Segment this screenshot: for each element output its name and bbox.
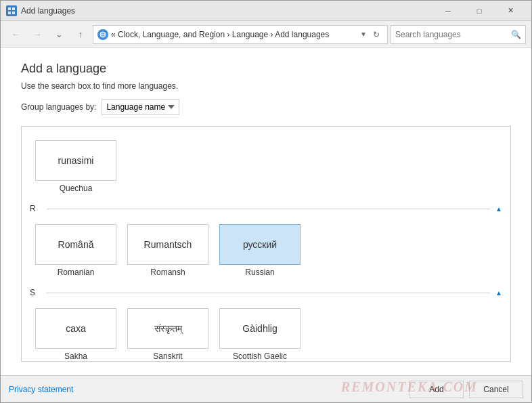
language-card-quechua[interactable]: runasimi xyxy=(35,140,116,181)
group-by-label: Group languages by: xyxy=(21,102,96,112)
search-input[interactable] xyxy=(395,30,511,39)
svg-rect-2 xyxy=(8,12,11,14)
list-item[interactable]: саха Sakha xyxy=(35,308,116,361)
language-english-name: Romanian xyxy=(58,268,95,277)
language-english-name: Romansh xyxy=(150,268,185,277)
svg-rect-3 xyxy=(12,12,15,14)
language-english-name: Russian xyxy=(245,268,274,277)
list-item[interactable]: Gàidhlig Scottish Gaelic xyxy=(219,308,301,361)
page-subtitle: Use the search box to find more language… xyxy=(21,81,511,91)
window-icon xyxy=(6,5,17,16)
bottom-bar: Privacy statement Add Cancel xyxy=(1,375,531,402)
s-section-grid: саха Sakha संस्कृतम् Sanskrit xyxy=(22,300,510,362)
search-bar[interactable]: 🔍 xyxy=(391,25,526,44)
language-english-name: Sanskrit xyxy=(153,352,182,361)
language-card-sanskrit[interactable]: संस्कृतम् xyxy=(127,308,208,349)
section-collapse-r-icon[interactable]: ▲ xyxy=(495,205,502,213)
language-english-name: Scottish Gaelic xyxy=(233,352,287,361)
language-list[interactable]: runasimi Quechua R ▲ Română xyxy=(21,126,511,362)
group-by-row: Group languages by: Language name Script… xyxy=(21,99,511,115)
list-item[interactable]: runasimi Quechua xyxy=(35,140,116,193)
list-item[interactable]: संस्कृतम् Sanskrit xyxy=(127,308,208,361)
language-native-name: Română xyxy=(58,239,94,250)
cancel-button[interactable]: Cancel xyxy=(469,381,523,398)
no-letter-section-grid: runasimi Quechua xyxy=(22,132,510,201)
section-collapse-s-icon[interactable]: ▲ xyxy=(495,289,502,297)
up-button[interactable]: ↑ xyxy=(71,25,90,44)
language-card-scottish-gaelic[interactable]: Gàidhlig xyxy=(219,308,301,349)
add-button[interactable]: Add xyxy=(409,381,464,398)
list-item[interactable]: русский Russian xyxy=(219,224,301,277)
section-header-r: R ▲ xyxy=(22,201,510,216)
list-item[interactable]: Română Romanian xyxy=(35,224,116,277)
list-item[interactable]: Rumantsch Romansh xyxy=(127,224,208,277)
section-letter-s: S xyxy=(30,288,35,297)
bottom-right-buttons: Add Cancel xyxy=(409,381,523,398)
language-list-inner: runasimi Quechua R ▲ Română xyxy=(22,127,510,362)
language-native-name: संस्कृतम् xyxy=(154,323,182,335)
r-section-grid: Română Romanian Rumantsch Romansh xyxy=(22,216,510,285)
svg-rect-1 xyxy=(12,7,15,10)
section-letter-r: R xyxy=(30,204,36,213)
svg-rect-0 xyxy=(8,7,11,10)
nav-bar: ← → ⌄ ↑ « Clock, Language, and Region › … xyxy=(1,21,531,48)
language-native-name: runasimi xyxy=(58,155,94,166)
down-button[interactable]: ⌄ xyxy=(49,25,68,44)
globe-icon xyxy=(97,29,108,40)
maximize-button[interactable]: □ xyxy=(464,1,495,21)
privacy-link[interactable]: Privacy statement xyxy=(9,385,73,394)
forward-button[interactable]: → xyxy=(28,25,47,44)
language-native-name: Gàidhlig xyxy=(242,323,277,334)
section-divider-r xyxy=(47,209,490,209)
window-controls: ─ □ ✕ xyxy=(433,1,526,21)
language-native-name: саха xyxy=(66,323,85,334)
search-icon: 🔍 xyxy=(511,30,521,39)
language-card-romanian[interactable]: Română xyxy=(35,224,116,265)
section-header-s: S ▲ xyxy=(22,285,510,300)
back-button[interactable]: ← xyxy=(6,25,25,44)
section-divider-s xyxy=(46,293,490,293)
window-title: Add languages xyxy=(21,6,433,16)
address-bar: « Clock, Language, and Region › Language… xyxy=(93,25,388,44)
address-dropdown-icon[interactable]: ▼ xyxy=(360,30,367,38)
language-english-name: Quechua xyxy=(60,184,93,193)
main-content: Add a language Use the search box to fin… xyxy=(1,48,531,375)
close-button[interactable]: ✕ xyxy=(495,1,526,21)
language-card-romansh[interactable]: Rumantsch xyxy=(127,224,208,265)
language-card-sakha[interactable]: саха xyxy=(35,308,116,349)
refresh-button[interactable]: ↻ xyxy=(370,28,383,41)
language-native-name: Rumantsch xyxy=(144,239,192,250)
title-bar: Add languages ─ □ ✕ xyxy=(1,1,531,21)
breadcrumb: « Clock, Language, and Region › Language… xyxy=(111,30,357,39)
page-title: Add a language xyxy=(21,62,511,76)
language-native-name: русский xyxy=(243,239,277,250)
main-window: Add languages ─ □ ✕ ← → ⌄ ↑ « Clock, Lan… xyxy=(0,0,532,403)
language-english-name: Sakha xyxy=(64,352,87,361)
group-by-select[interactable]: Language name Script Region xyxy=(102,99,179,115)
language-card-russian[interactable]: русский xyxy=(219,224,301,265)
minimize-button[interactable]: ─ xyxy=(433,1,464,21)
